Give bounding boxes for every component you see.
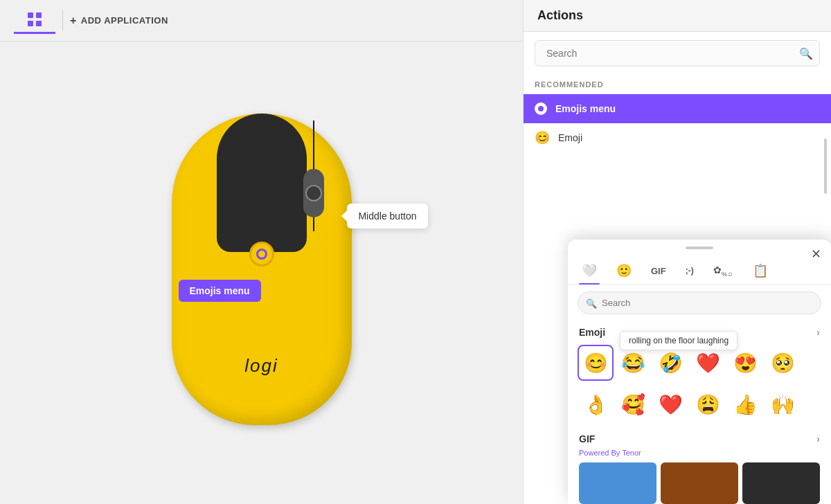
scroll-bar bbox=[824, 138, 827, 194]
popup-search-input[interactable] bbox=[578, 291, 821, 314]
popup-close-button[interactable]: ✕ bbox=[811, 246, 821, 262]
tab-clipboard[interactable]: 📋 bbox=[750, 258, 771, 284]
emoji-grid-row2: 👌 🥰 ❤️ 😩 👍 🙌 bbox=[568, 386, 831, 428]
mouse-top bbox=[217, 114, 307, 252]
popup-search: 🔍 bbox=[578, 291, 821, 314]
add-application-button[interactable]: + ADD APPLICATION bbox=[70, 15, 168, 27]
emoji-cell-6[interactable]: 🥺 bbox=[765, 345, 801, 381]
popup-tabs: 🤍 🙂 GIF ;-) ✿%☺ 📋 bbox=[568, 253, 831, 285]
logi-logo: logi bbox=[244, 355, 278, 377]
emoji-cell-7[interactable]: 👌 bbox=[578, 386, 614, 422]
middle-button-tooltip: Middle button bbox=[347, 204, 427, 228]
emojis-menu-action[interactable]: Emojis menu bbox=[524, 94, 831, 123]
gif-thumb-3[interactable] bbox=[742, 462, 820, 504]
gif-powered: Powered By Tenor bbox=[579, 449, 820, 457]
emojis-menu-label[interactable]: Emojis menu bbox=[179, 280, 261, 302]
scroll-circle bbox=[305, 185, 322, 201]
panel-title: Actions bbox=[537, 8, 817, 23]
gif-chevron[interactable]: › bbox=[816, 433, 820, 444]
drag-handle bbox=[568, 240, 831, 253]
emoji-section-label: Emoji bbox=[558, 132, 582, 143]
tab-emoji[interactable]: 🙂 bbox=[614, 258, 634, 284]
emoji-section-chevron[interactable]: › bbox=[816, 327, 820, 338]
emoji-cell-1[interactable]: 😊 bbox=[578, 345, 614, 381]
add-app-label: ADD APPLICATION bbox=[81, 15, 168, 26]
logi-button[interactable] bbox=[249, 242, 274, 267]
scroll-wheel bbox=[303, 169, 324, 217]
mouse-device: logi Middle button Emojis menu bbox=[165, 107, 359, 439]
emoji-popup: ✕ 🤍 🙂 GIF ;-) ✿%☺ 📋 🔍 Emoji › 😊 😂 🤣 ❤️ 😍… bbox=[568, 240, 831, 504]
drag-bar bbox=[686, 246, 713, 249]
gif-thumb-1[interactable] bbox=[579, 462, 656, 504]
top-toolbar: + ADD APPLICATION bbox=[0, 0, 523, 42]
popup-search-icon: 🔍 bbox=[586, 298, 597, 308]
left-panel: + ADD APPLICATION logi Middle button Emo… bbox=[0, 0, 523, 504]
gif-section: GIF › Powered By Tenor bbox=[568, 428, 831, 504]
emoji-section-item: 😊 Emoji bbox=[524, 123, 831, 152]
action-label: Emojis menu bbox=[555, 103, 616, 114]
recommended-label: RECOMMENDED bbox=[524, 75, 831, 94]
right-header: Actions bbox=[524, 0, 831, 32]
search-input[interactable] bbox=[535, 40, 820, 66]
emoji-cell-8[interactable]: 🥰 bbox=[615, 386, 651, 422]
mouse-area: logi Middle button Emojis menu bbox=[0, 42, 523, 504]
emoji-icon: 😊 bbox=[535, 130, 550, 145]
apps-tab[interactable] bbox=[14, 7, 55, 34]
radio-circle bbox=[535, 102, 547, 115]
search-bar: 🔍 bbox=[535, 40, 820, 66]
gif-thumbnails bbox=[579, 462, 820, 504]
plus-icon: + bbox=[70, 15, 77, 27]
right-panel: Actions 🔍 RECOMMENDED Emojis menu 😊 Emoj… bbox=[523, 0, 831, 504]
emoji-cell-9[interactable]: ❤️ bbox=[652, 386, 688, 422]
radio-dot bbox=[538, 106, 544, 111]
tab-favorites[interactable]: 🤍 bbox=[579, 258, 600, 284]
logi-button-inner bbox=[256, 249, 267, 260]
emoji-cell-11[interactable]: 👍 bbox=[727, 386, 763, 422]
tab-gif[interactable]: GIF bbox=[648, 260, 669, 282]
toolbar-divider bbox=[62, 10, 63, 31]
grid-icon bbox=[28, 12, 42, 26]
emoji-cell-12[interactable]: 🙌 bbox=[765, 386, 801, 422]
emoji-cell-10[interactable]: 😩 bbox=[690, 386, 726, 422]
gif-thumb-2[interactable] bbox=[661, 462, 738, 504]
gif-title: GIF › bbox=[579, 433, 820, 444]
tab-emoticon[interactable]: ;-) bbox=[683, 260, 697, 281]
search-icon-button[interactable]: 🔍 bbox=[799, 47, 813, 60]
emoji-grid-row1: 😊 😂 🤣 ❤️ 😍 🥺 rolling on the floor laughi… bbox=[568, 342, 831, 386]
tab-symbols[interactable]: ✿%☺ bbox=[711, 259, 736, 283]
emoji-tooltip: rolling on the floor laughing bbox=[620, 331, 738, 350]
